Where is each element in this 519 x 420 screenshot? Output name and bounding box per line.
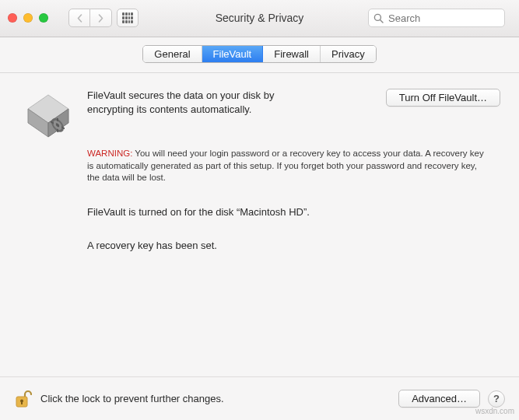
filevault-status: FileVault is turned on for the disk “Mac… <box>87 206 500 218</box>
footer-bar: Click the lock to prevent further change… <box>0 376 519 420</box>
tab-general[interactable]: General <box>143 46 202 62</box>
filevault-description: FileVault secures the data on your disk … <box>87 89 313 116</box>
unlocked-lock-icon <box>15 390 32 408</box>
svg-rect-14 <box>21 401 23 404</box>
watermark: wsxdn.com <box>475 407 514 415</box>
filevault-warning: WARNING: You will need your login passwo… <box>87 148 484 184</box>
search-field[interactable] <box>368 9 505 27</box>
help-button[interactable]: ? <box>488 390 505 408</box>
lock-button[interactable] <box>14 389 33 409</box>
content-pane: FileVault secures the data on your disk … <box>0 73 519 376</box>
warning-label: WARNING: <box>87 149 132 158</box>
tab-privacy[interactable]: Privacy <box>321 46 376 62</box>
search-input[interactable] <box>387 12 500 25</box>
search-icon <box>373 13 384 23</box>
titlebar: Security & Privacy <box>0 0 519 37</box>
turn-off-filevault-button[interactable]: Turn Off FileVault… <box>386 89 500 107</box>
tab-strip: General FileVault Firewall Privacy <box>0 37 519 73</box>
filevault-safe-icon <box>23 90 73 140</box>
recovery-key-status: A recovery key has been set. <box>87 240 500 251</box>
svg-line-1 <box>380 19 384 23</box>
warning-text: You will need your login password or a r… <box>87 149 484 182</box>
lock-description: Click the lock to prevent further change… <box>40 393 224 404</box>
advanced-button[interactable]: Advanced… <box>398 390 480 408</box>
tab-firewall[interactable]: Firewall <box>263 46 321 62</box>
segmented-control: General FileVault Firewall Privacy <box>142 45 376 63</box>
tab-filevault[interactable]: FileVault <box>202 46 264 62</box>
